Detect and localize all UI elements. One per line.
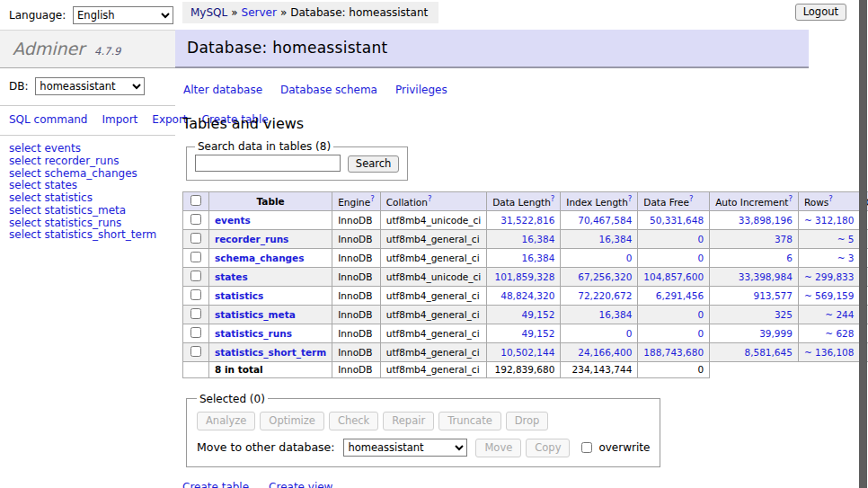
help-icon[interactable]: ? <box>628 194 633 203</box>
help-icon[interactable]: ? <box>788 194 793 203</box>
select-all-checkbox[interactable] <box>190 195 201 206</box>
repair-button[interactable]: Repair <box>383 412 434 430</box>
sidebar-table-link[interactable]: select statistics_meta <box>9 205 166 217</box>
help-icon[interactable]: ? <box>551 194 555 203</box>
logout-button[interactable]: Logout <box>795 4 846 21</box>
value-link[interactable]: 16,384 <box>522 234 555 244</box>
value-link[interactable]: 104,857,600 <box>643 271 704 282</box>
value-link[interactable]: ~ 299,833 <box>804 271 855 282</box>
value-link[interactable]: 16,384 <box>522 253 555 263</box>
row-checkbox[interactable] <box>190 271 201 281</box>
row-checkbox[interactable] <box>190 346 201 357</box>
table-link[interactable]: events <box>215 215 251 226</box>
value-link[interactable]: 6 <box>786 253 793 263</box>
database-action-link[interactable]: Alter database <box>183 84 262 96</box>
breadcrumb-mysql-link[interactable]: MySQL <box>190 6 227 19</box>
value-link[interactable]: 49,152 <box>522 328 555 339</box>
table-link[interactable]: statistics <box>215 290 263 301</box>
value-link[interactable]: 24,166,400 <box>578 347 632 358</box>
table-link[interactable]: recorder_runs <box>215 234 288 244</box>
search-button[interactable]: Search <box>348 155 400 173</box>
value-link[interactable]: 50,331,648 <box>650 215 704 226</box>
value-link[interactable]: ~ 628 <box>825 328 854 339</box>
sidebar-table-link[interactable]: select schema_changes <box>9 168 166 181</box>
create-link[interactable]: Create table <box>182 481 249 488</box>
value-link[interactable]: 31,522,816 <box>500 215 554 226</box>
value-link[interactable]: 0 <box>697 309 704 320</box>
value-link[interactable]: 67,256,320 <box>578 271 632 282</box>
value-link[interactable]: 33,898,196 <box>739 215 793 226</box>
move-button[interactable]: Move <box>475 439 521 457</box>
value-link[interactable]: 16,384 <box>599 309 633 320</box>
value-link[interactable]: ~ 569,159 <box>804 290 855 301</box>
value-link[interactable]: 325 <box>775 309 793 320</box>
value-link[interactable]: ~ 244 <box>825 309 854 320</box>
value-link[interactable]: 0 <box>626 328 633 339</box>
analyze-button[interactable]: Analyze <box>197 412 255 430</box>
drop-button[interactable]: Drop <box>506 412 549 430</box>
value-link[interactable]: 101,859,328 <box>495 271 555 282</box>
value-link[interactable]: ~ 136,108 <box>804 347 855 358</box>
overwrite-label[interactable]: overwrite <box>598 441 650 454</box>
value-link[interactable]: 70,467,584 <box>578 215 632 226</box>
create-link[interactable]: Create view <box>269 481 332 488</box>
cell-table-name: statistics_runs <box>209 324 332 342</box>
sidebar-action-link[interactable]: Import <box>102 113 137 126</box>
value-link[interactable]: ~ 3 <box>837 253 855 263</box>
value-link[interactable]: 0 <box>626 253 633 263</box>
database-action-link[interactable]: Privileges <box>395 84 447 96</box>
copy-button[interactable]: Copy <box>526 439 570 457</box>
breadcrumb-server-link[interactable]: Server <box>242 6 277 19</box>
row-checkbox[interactable] <box>190 289 201 300</box>
row-checkbox[interactable] <box>190 252 201 262</box>
database-action-link[interactable]: Database schema <box>280 84 377 96</box>
value-link[interactable]: 48,824,320 <box>500 290 554 301</box>
table-link[interactable]: statistics_runs <box>215 328 292 339</box>
row-checkbox[interactable] <box>190 327 201 338</box>
value-link[interactable]: 0 <box>697 234 704 244</box>
value-link[interactable]: 378 <box>775 234 793 244</box>
sidebar-table-link[interactable]: select statistics_short_term <box>9 229 166 242</box>
table-link[interactable]: statistics_short_term <box>215 347 326 358</box>
help-icon[interactable]: ? <box>828 194 833 203</box>
value-link[interactable]: 39,999 <box>759 328 793 339</box>
optimize-button[interactable]: Optimize <box>260 412 324 430</box>
check-button[interactable]: Check <box>329 412 378 430</box>
overwrite-checkbox[interactable] <box>581 442 592 453</box>
table-link[interactable]: states <box>215 271 248 282</box>
page-scrollbar[interactable] <box>859 0 867 488</box>
language-select[interactable]: English <box>73 6 173 24</box>
help-icon[interactable]: ? <box>428 194 432 203</box>
value-link[interactable]: 8,581,645 <box>744 347 792 358</box>
help-icon[interactable]: ? <box>689 194 694 203</box>
sidebar-table-link[interactable]: select recorder_runs <box>9 155 166 168</box>
value-link[interactable]: 0 <box>697 328 704 339</box>
value-link[interactable]: 33,398,984 <box>739 271 793 282</box>
row-checkbox[interactable] <box>190 233 201 244</box>
value-link[interactable]: 10,502,144 <box>500 347 554 358</box>
help-icon[interactable]: ? <box>370 194 375 203</box>
value-link[interactable]: 913,577 <box>754 290 793 301</box>
db-select[interactable]: homeassistant <box>35 77 145 95</box>
sidebar-table-link[interactable]: select states <box>9 180 166 192</box>
move-database-select[interactable]: homeassistant <box>343 439 467 457</box>
value-link[interactable]: ~ 312,180 <box>804 215 855 226</box>
sidebar-table-link[interactable]: select statistics <box>9 192 166 205</box>
sidebar-action-link[interactable]: SQL command <box>9 113 87 126</box>
value-link[interactable]: 49,152 <box>522 309 555 320</box>
value-link[interactable]: 188,743,680 <box>643 347 704 358</box>
value-link[interactable]: 16,384 <box>599 234 633 244</box>
value-link[interactable]: 0 <box>697 253 704 263</box>
value-link[interactable]: 6,291,456 <box>656 290 704 301</box>
value-link[interactable]: 72,220,672 <box>578 290 632 301</box>
app-title: Adminer 4.7.9 <box>0 30 175 68</box>
row-checkbox[interactable] <box>190 214 201 225</box>
sidebar-table-link[interactable]: select events <box>9 143 166 155</box>
truncate-button[interactable]: Truncate <box>438 412 501 430</box>
table-link[interactable]: statistics_meta <box>215 309 296 320</box>
table-link[interactable]: schema_changes <box>215 253 305 263</box>
value-link[interactable]: ~ 5 <box>837 234 855 244</box>
search-input[interactable] <box>195 155 341 172</box>
sidebar-table-link[interactable]: select statistics_runs <box>9 217 166 230</box>
row-checkbox[interactable] <box>190 308 201 319</box>
